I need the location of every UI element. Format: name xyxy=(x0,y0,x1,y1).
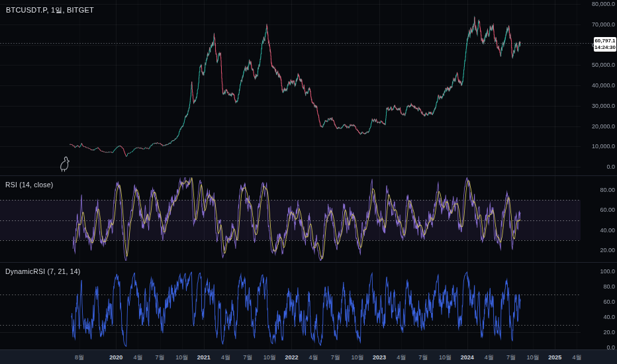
time-tick-year: 2024 xyxy=(461,355,474,361)
dynrsi-tick-label: 80.0 xyxy=(603,284,615,290)
rsi-tick-label: 60.00 xyxy=(600,207,615,213)
time-tick-year: 2023 xyxy=(373,355,386,361)
dynrsi-tick-label: 20.0 xyxy=(603,330,615,336)
rsi-tick-label: 20.00 xyxy=(600,248,615,253)
time-tick-label: 4월 xyxy=(485,355,494,361)
last-price-value: 60,797.1 xyxy=(594,38,616,44)
duck-sticker[interactable] xyxy=(58,156,72,173)
price-tick-label: 70,000.0 xyxy=(592,22,615,28)
last-price-label: 60,797.1 14:24:30 xyxy=(594,37,616,52)
time-tick-label: 7월 xyxy=(331,355,340,361)
price-tick-label: 20,000.0 xyxy=(592,124,615,130)
dynrsi-pane-title[interactable]: DynamicRSI (7, 21, 14) xyxy=(5,267,81,275)
time-tick-year: 2025 xyxy=(548,355,561,361)
rsi-pane-title[interactable]: RSI (14, close) xyxy=(5,181,53,189)
time-tick-label: 7월 xyxy=(506,355,516,361)
dynrsi-tick-label: 60.0 xyxy=(603,299,615,305)
rsi-tick-label: 80.00 xyxy=(600,187,615,193)
symbol-title[interactable]: BTCUSDT.P, 1일, BITGET xyxy=(6,5,94,15)
price-tick-label: 10,000.0 xyxy=(592,144,615,150)
tradingview-chart-window: BTCUSDT.P, 1일, BITGET RSI (14, close) Dy… xyxy=(0,0,617,364)
time-tick-label: 4월 xyxy=(572,355,581,361)
dynrsi-tick-label: 40.0 xyxy=(603,314,615,320)
time-tick-label: 10월 xyxy=(527,355,540,361)
price-tick-label: 0.0 xyxy=(606,164,615,170)
rsi-tick-label: 40.00 xyxy=(600,228,615,234)
time-tick-label: 7월 xyxy=(418,355,428,361)
chart-canvas[interactable] xyxy=(0,0,617,364)
time-tick-year: 2022 xyxy=(285,355,298,361)
price-tick-label: 80,000.0 xyxy=(592,1,615,7)
price-tick-label: 30,000.0 xyxy=(592,103,615,109)
time-tick-label: 7월 xyxy=(156,355,165,361)
time-tick-label: 4월 xyxy=(221,355,230,361)
time-tick-label: 4월 xyxy=(309,355,318,361)
price-tick-label: 50,000.0 xyxy=(592,62,615,68)
pane-separator[interactable] xyxy=(0,175,617,176)
time-tick-label: 4월 xyxy=(397,355,406,361)
time-tick-label: 8월 xyxy=(75,355,84,361)
bar-close-countdown: 14:24:30 xyxy=(594,44,616,51)
pane-separator[interactable] xyxy=(0,262,617,263)
time-tick-label: 10월 xyxy=(175,355,188,361)
dynrsi-tick-label: 100.0 xyxy=(600,269,615,275)
time-tick-label: 7월 xyxy=(243,355,252,361)
time-tick-label: 10월 xyxy=(439,355,451,361)
time-tick-label: 10월 xyxy=(263,355,276,361)
price-tick-label: 40,000.0 xyxy=(592,83,615,89)
time-tick-year: 2021 xyxy=(197,355,211,361)
time-tick-label: 4월 xyxy=(133,355,142,361)
time-axis[interactable]: 8월20204월7월10월20214월7월10월20224월7월10월20234… xyxy=(0,349,617,364)
time-tick-year: 2020 xyxy=(109,355,122,361)
time-tick-label: 10월 xyxy=(351,355,363,361)
